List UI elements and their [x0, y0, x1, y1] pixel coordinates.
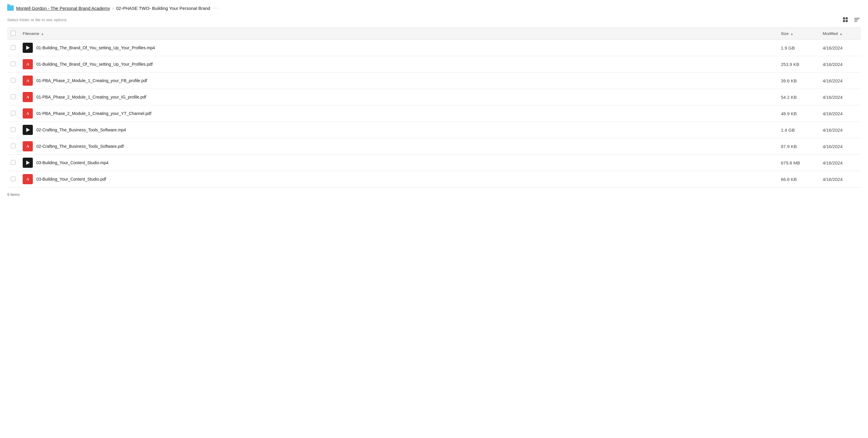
row-filename-cell: A01-PBA_Phase_2_Module_1_Creating_your_F… [19, 72, 777, 89]
table-row[interactable]: A01-PBA_Phase_2_Module_1_Creating_your_I… [7, 89, 861, 106]
pdf-file-icon: A [23, 59, 33, 69]
size-sort-icon: ▲ [790, 32, 794, 35]
file-table: Filename ▲ Size ▲ Modified ▲ [7, 27, 861, 187]
row-filename-cell: 03-Building_Your_Content_Studio.mp4 [19, 155, 777, 171]
header-modified[interactable]: Modified ▲ [819, 28, 861, 40]
row-size-cell: 39.6 KB [777, 72, 819, 89]
file-name-text[interactable]: 01-Building_The_Brand_Of_You_setting_Up_… [36, 46, 155, 50]
file-name-text[interactable]: 01-PBA_Phase_2_Module_1_Creating_your_YT… [36, 111, 151, 116]
file-name-text[interactable]: 03-Building_Your_Content_Studio.pdf [36, 177, 106, 181]
row-filename-cell: A02-Crafting_The_Business_Tools_Software… [19, 138, 777, 155]
row-checkbox[interactable] [11, 94, 16, 99]
pdf-letter-icon: A [26, 177, 29, 181]
row-filename-cell: A01-PBA_Phase_2_Module_1_Creating_your_Y… [19, 106, 777, 122]
toolbar-hint: Select folder or file to see options [7, 18, 67, 22]
row-checkbox-cell [7, 171, 19, 187]
row-size-cell: 54.2 KB [777, 89, 819, 106]
table-row[interactable]: A02-Crafting_The_Business_Tools_Software… [7, 138, 861, 155]
play-icon [26, 160, 30, 165]
table-header: Filename ▲ Size ▲ Modified ▲ [7, 28, 861, 40]
row-filename-cell: 01-Building_The_Brand_Of_You_setting_Up_… [19, 40, 777, 56]
file-name-text[interactable]: 01-Building_The_Brand_Of_You_setting_Up_… [36, 62, 153, 66]
pdf-letter-icon: A [26, 95, 29, 99]
file-name-wrapper: A02-Crafting_The_Business_Tools_Software… [23, 141, 774, 151]
row-checkbox-cell [7, 56, 19, 72]
row-filename-cell: A01-PBA_Phase_2_Module_1_Creating_your_I… [19, 89, 777, 106]
table-row[interactable]: A01-Building_The_Brand_Of_You_setting_Up… [7, 56, 861, 72]
table-row[interactable]: 02-Crafting_The_Business_Tools_Software.… [7, 122, 861, 138]
row-modified-cell: 4/16/2024 [819, 106, 861, 122]
breadcrumb-more-button[interactable]: ··· [213, 5, 218, 11]
grid-view-button[interactable] [842, 16, 849, 23]
row-checkbox[interactable] [11, 45, 16, 50]
row-checkbox[interactable] [11, 144, 16, 148]
filename-sort-icon: ▲ [41, 32, 44, 35]
row-size-cell: 1.4 GB [777, 122, 819, 138]
play-icon [26, 46, 30, 50]
breadcrumb-parent-link[interactable]: Montell Gordon - The Personal Brand Acad… [16, 6, 110, 11]
row-checkbox[interactable] [11, 127, 16, 132]
row-size-cell: 48.9 KB [777, 106, 819, 122]
file-name-text[interactable]: 03-Building_Your_Content_Studio.mp4 [36, 160, 108, 165]
row-checkbox[interactable] [11, 78, 16, 83]
file-name-text[interactable]: 01-PBA_Phase_2_Module_1_Creating_your_FB… [36, 78, 147, 83]
table-row[interactable]: A01-PBA_Phase_2_Module_1_Creating_your_Y… [7, 106, 861, 122]
pdf-file-icon: A [23, 92, 33, 102]
grid-view-icon [843, 17, 848, 22]
row-size-cell: 679.8 MB [777, 155, 819, 171]
row-modified-cell: 4/16/2024 [819, 72, 861, 89]
file-name-text[interactable]: 02-Crafting_The_Business_Tools_Software.… [36, 127, 126, 132]
file-name-text[interactable]: 02-Crafting_The_Business_Tools_Software.… [36, 144, 124, 149]
row-checkbox[interactable] [11, 111, 16, 116]
row-checkbox-cell [7, 72, 19, 89]
file-name-wrapper: A01-PBA_Phase_2_Module_1_Creating_your_F… [23, 76, 774, 86]
pdf-letter-icon: A [26, 78, 29, 83]
file-name-wrapper: 03-Building_Your_Content_Studio.mp4 [23, 158, 774, 168]
table-row[interactable]: A01-PBA_Phase_2_Module_1_Creating_your_F… [7, 72, 861, 89]
row-size-cell: 253.9 KB [777, 56, 819, 72]
header-filename[interactable]: Filename ▲ [19, 28, 777, 40]
video-file-icon [23, 43, 33, 53]
header-checkbox-cell [7, 28, 19, 40]
file-name-wrapper: 01-Building_The_Brand_Of_You_setting_Up_… [23, 43, 774, 53]
pdf-letter-icon: A [26, 111, 29, 116]
play-icon [26, 128, 30, 132]
row-filename-cell: A01-Building_The_Brand_Of_You_setting_Up… [19, 56, 777, 72]
row-size-cell: 1.9 GB [777, 40, 819, 56]
row-checkbox-cell [7, 89, 19, 106]
video-file-icon [23, 158, 33, 168]
row-modified-cell: 4/16/2024 [819, 40, 861, 56]
select-all-checkbox[interactable] [11, 31, 16, 35]
sort-lines-icon [854, 18, 860, 22]
file-name-text[interactable]: 01-PBA_Phase_2_Module_1_Creating_your_IG… [36, 95, 146, 99]
row-modified-cell: 4/16/2024 [819, 56, 861, 72]
file-name-wrapper: 02-Crafting_The_Business_Tools_Software.… [23, 125, 774, 135]
header-size[interactable]: Size ▲ [777, 28, 819, 40]
row-checkbox[interactable] [11, 176, 16, 181]
row-filename-cell: 02-Crafting_The_Business_Tools_Software.… [19, 122, 777, 138]
table-body: 01-Building_The_Brand_Of_You_setting_Up_… [7, 40, 861, 187]
row-checkbox-cell [7, 122, 19, 138]
row-size-cell: 87.9 KB [777, 138, 819, 155]
row-checkbox[interactable] [11, 160, 16, 165]
pdf-letter-icon: A [26, 144, 29, 149]
folder-icon [7, 5, 14, 11]
sort-button[interactable] [853, 17, 861, 23]
row-modified-cell: 4/16/2024 [819, 138, 861, 155]
footer: 9 items [7, 192, 861, 197]
table-row[interactable]: 03-Building_Your_Content_Studio.mp4679.8… [7, 155, 861, 171]
file-name-wrapper: A01-Building_The_Brand_Of_You_setting_Up… [23, 59, 774, 69]
row-checkbox[interactable] [11, 61, 16, 66]
file-name-wrapper: A01-PBA_Phase_2_Module_1_Creating_your_Y… [23, 108, 774, 119]
file-name-wrapper: A01-PBA_Phase_2_Module_1_Creating_your_I… [23, 92, 774, 102]
row-modified-cell: 4/16/2024 [819, 89, 861, 106]
toolbar: Select folder or file to see options [7, 16, 861, 23]
toolbar-actions [842, 16, 861, 23]
table-row[interactable]: A03-Building_Your_Content_Studio.pdf66.8… [7, 171, 861, 187]
row-checkbox-cell [7, 40, 19, 56]
file-name-wrapper: A03-Building_Your_Content_Studio.pdf [23, 174, 774, 184]
row-filename-cell: A03-Building_Your_Content_Studio.pdf [19, 171, 777, 187]
main-container: Montell Gordon - The Personal Brand Acad… [0, 0, 868, 202]
modified-sort-icon: ▲ [839, 32, 843, 35]
table-row[interactable]: 01-Building_The_Brand_Of_You_setting_Up_… [7, 40, 861, 56]
